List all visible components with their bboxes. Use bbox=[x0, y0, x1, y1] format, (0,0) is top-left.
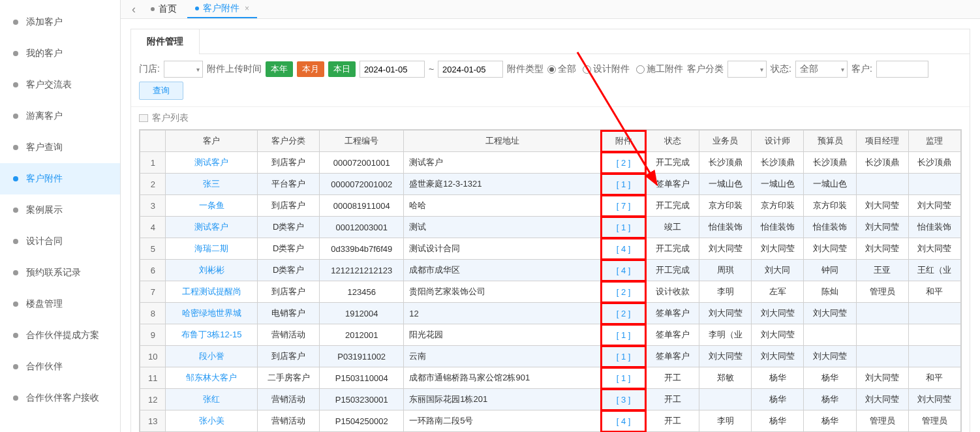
customer-link[interactable]: 邹东林大客户 bbox=[186, 373, 237, 382]
customer-link[interactable]: 海瑞二期 bbox=[194, 243, 228, 253]
store-dropdown[interactable]: ▾ bbox=[164, 61, 203, 78]
customer-link[interactable]: 张小美 bbox=[199, 416, 224, 425]
customer-link[interactable]: 段小誉 bbox=[199, 351, 224, 361]
cell[interactable]: [ 4 ] bbox=[601, 260, 647, 281]
cell[interactable]: [ 4 ] bbox=[601, 410, 647, 432]
query-button[interactable]: 查询 bbox=[139, 82, 183, 100]
cell[interactable]: [ 2 ] bbox=[601, 152, 647, 174]
table-row[interactable]: 2张三平台客户0000072001002盛世豪庭12-3-1321[ 1 ]签单… bbox=[140, 174, 961, 195]
customer-link[interactable]: 张三 bbox=[203, 179, 220, 189]
tab[interactable]: 首页 bbox=[143, 1, 185, 18]
cell[interactable]: 段小誉 bbox=[166, 346, 258, 367]
col-salesman[interactable]: 业务员 bbox=[699, 131, 752, 152]
attach-link[interactable]: [ 4 ] bbox=[617, 244, 631, 254]
sidebar-item[interactable]: 合作伙伴 bbox=[0, 351, 120, 382]
customer-link[interactable]: 测试客户 bbox=[194, 157, 228, 167]
table-row[interactable]: 3一条鱼到店客户000081911004哈哈[ 7 ]开工完成京方印装京方印装京… bbox=[140, 195, 961, 217]
sidebar-item[interactable]: 楼盘管理 bbox=[0, 288, 120, 320]
col-category[interactable]: 客户分类 bbox=[258, 131, 320, 152]
table-row[interactable]: 4测试客户D类客户00012003001测试[ 1 ]竣工怡佳装饰怡佳装饰怡佳装… bbox=[140, 217, 961, 238]
attach-link[interactable]: [ 2 ] bbox=[617, 287, 631, 297]
table-row[interactable]: 5海瑞二期D类客户0d339b4b7f6f49测试设计合同[ 4 ]开工完成刘大… bbox=[140, 238, 961, 260]
cell[interactable]: 布鲁丁3栋12-15 bbox=[166, 324, 258, 346]
sidebar-item[interactable]: 合作伙伴提成方案 bbox=[0, 320, 120, 351]
cust-cat-dropdown[interactable]: ▾ bbox=[727, 61, 767, 78]
table-row[interactable]: 11邹东林大客户二手房客户P1503110004成都市通锦桥路马家公馆2栋901… bbox=[140, 367, 961, 389]
attach-link[interactable]: [ 2 ] bbox=[617, 309, 631, 318]
cell[interactable]: 测试客户 bbox=[166, 217, 258, 238]
attach-link[interactable]: [ 3 ] bbox=[617, 395, 631, 405]
cell[interactable]: [ 1 ] bbox=[601, 174, 647, 195]
cell[interactable]: 张小美 bbox=[166, 410, 258, 432]
col-pm[interactable]: 项目经理 bbox=[856, 131, 908, 152]
table-row[interactable]: 8哈密绿地世界城电销客户191200412[ 2 ]签单客户刘大同莹刘大同莹刘大… bbox=[140, 303, 961, 324]
col-projno[interactable]: 工程编号 bbox=[320, 131, 404, 152]
attach-link[interactable]: [ 2 ] bbox=[617, 158, 631, 168]
cell[interactable]: [ 1 ] bbox=[601, 217, 647, 238]
col-customer[interactable]: 客户 bbox=[166, 131, 258, 152]
cell[interactable]: [ 2 ] bbox=[601, 281, 647, 303]
table-row[interactable]: 10段小誉到店客户P031911002云南[ 1 ]签单客户刘大同莹刘大同莹刘大… bbox=[140, 346, 961, 367]
cell[interactable]: [ 7 ] bbox=[601, 195, 647, 217]
sidebar-item[interactable]: 游离客户 bbox=[0, 100, 120, 132]
cell[interactable]: 测试客户 bbox=[166, 152, 258, 174]
sidebar-item[interactable]: 设计合同 bbox=[0, 226, 120, 257]
cell[interactable]: [ 1 ] bbox=[601, 367, 647, 389]
sidebar-item[interactable]: 添加客户 bbox=[0, 7, 120, 38]
year-button[interactable]: 本年 bbox=[266, 61, 293, 77]
customer-link[interactable]: 工程测试提醒尚 bbox=[182, 286, 241, 296]
customer-input[interactable] bbox=[876, 61, 928, 78]
cell[interactable]: 张三 bbox=[166, 174, 258, 195]
table-row[interactable]: 1测试客户到店客户000072001001测试客户[ 2 ]开工完成长沙顶鼎长沙… bbox=[140, 152, 961, 174]
sidebar-item[interactable]: 客户附件 bbox=[0, 163, 120, 194]
col-designer[interactable]: 设计师 bbox=[752, 131, 804, 152]
attach-link[interactable]: [ 1 ] bbox=[617, 330, 631, 340]
date-to-input[interactable] bbox=[438, 61, 503, 78]
col-attach[interactable]: 附件 bbox=[601, 131, 647, 152]
sidebar-item[interactable]: 客户查询 bbox=[0, 132, 120, 163]
state-dropdown[interactable]: 全部 ▾ bbox=[795, 61, 848, 78]
cell[interactable]: 刘彬彬 bbox=[166, 260, 258, 281]
close-icon[interactable]: × bbox=[245, 4, 249, 13]
cell[interactable]: 张红 bbox=[166, 389, 258, 410]
customer-link[interactable]: 一条鱼 bbox=[199, 200, 224, 210]
attach-link[interactable]: [ 1 ] bbox=[617, 373, 631, 383]
sidebar-item[interactable]: 客户交流表 bbox=[0, 69, 120, 100]
table-row[interactable]: 12张红营销活动P1503230001东丽国际花园1栋201[ 3 ]开工杨华杨… bbox=[140, 389, 961, 410]
customer-link[interactable]: 哈密绿地世界城 bbox=[182, 308, 241, 318]
tab-back-icon[interactable]: ‹ bbox=[127, 3, 140, 16]
sidebar-item[interactable]: 我的客户 bbox=[0, 38, 120, 69]
cell[interactable]: [ 2 ] bbox=[601, 303, 647, 324]
month-button[interactable]: 本月 bbox=[297, 61, 324, 77]
section-tab-attach-manage[interactable]: 附件管理 bbox=[131, 29, 200, 54]
cell[interactable]: [ 3 ] bbox=[601, 389, 647, 410]
customer-link[interactable]: 布鲁丁3栋12-15 bbox=[181, 330, 241, 339]
attach-link[interactable]: [ 4 ] bbox=[617, 416, 631, 426]
col-status[interactable]: 状态 bbox=[646, 131, 699, 152]
cell[interactable]: [ 1 ] bbox=[601, 324, 647, 346]
radio-construct[interactable]: 施工附件 bbox=[636, 63, 683, 75]
radio-all[interactable]: 全部 bbox=[547, 63, 576, 75]
attach-link[interactable]: [ 1 ] bbox=[617, 223, 631, 232]
table-row[interactable]: 7工程测试提醒尚到店客户123456贵阳尚艺家装饰公司[ 2 ]设计收款李明左军… bbox=[140, 281, 961, 303]
date-from-input[interactable] bbox=[360, 61, 425, 78]
customer-link[interactable]: 测试客户 bbox=[194, 222, 228, 232]
attach-link[interactable]: [ 1 ] bbox=[617, 179, 631, 189]
sidebar-item[interactable]: 合作伙伴客户接收 bbox=[0, 382, 120, 414]
tab[interactable]: 客户附件× bbox=[187, 0, 257, 18]
sidebar-item[interactable]: 预约联系记录 bbox=[0, 257, 120, 288]
col-estimator[interactable]: 预算员 bbox=[804, 131, 856, 152]
customer-link[interactable]: 张红 bbox=[203, 394, 220, 404]
table-row[interactable]: 9布鲁丁3栋12-15营销活动2012001阳光花园[ 1 ]签单客户李明（业刘… bbox=[140, 324, 961, 346]
col-supervisor[interactable]: 监理 bbox=[908, 131, 960, 152]
sidebar-item[interactable]: 案例展示 bbox=[0, 194, 120, 226]
day-button[interactable]: 本日 bbox=[328, 61, 356, 77]
radio-design[interactable]: 设计附件 bbox=[583, 63, 630, 75]
customer-link[interactable]: 刘彬彬 bbox=[199, 265, 224, 275]
cell[interactable]: 工程测试提醒尚 bbox=[166, 281, 258, 303]
attach-link[interactable]: [ 1 ] bbox=[617, 352, 631, 362]
cell[interactable]: [ 1 ] bbox=[601, 346, 647, 367]
cell[interactable]: 邹东林大客户 bbox=[166, 367, 258, 389]
col-addr[interactable]: 工程地址 bbox=[404, 131, 601, 152]
attach-link[interactable]: [ 7 ] bbox=[617, 201, 631, 211]
